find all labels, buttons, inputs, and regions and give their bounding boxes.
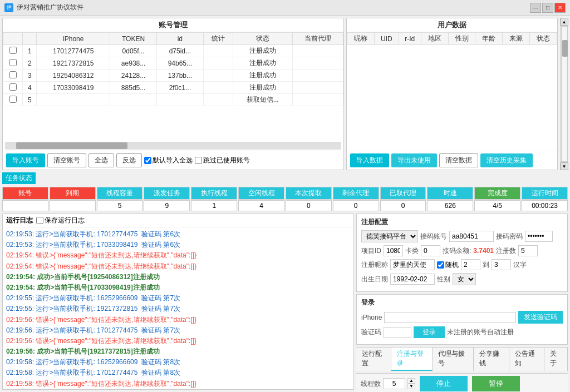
pause-button[interactable]: 暂停: [472, 376, 520, 391]
account-panel-title: 账号管理: [3, 18, 343, 32]
maximize-button[interactable]: □: [542, 3, 553, 13]
row-id: d75id...: [156, 45, 203, 57]
project-id-input[interactable]: [384, 245, 403, 256]
account-row-0[interactable]: 1 17012774475 0d05f... d75id... 注册成功: [3, 45, 343, 57]
default-import-checkbox[interactable]: [144, 157, 151, 164]
verify-input[interactable]: [384, 327, 411, 338]
card-type-label: 卡类: [405, 246, 419, 256]
save-log-label[interactable]: 保存运行日志: [36, 216, 85, 225]
task-header-7: 剩余代理: [333, 187, 379, 200]
account-row-3[interactable]: 4 17033098419 885d5... 2f0c1... 注册成功: [3, 82, 343, 94]
log-content: 02:19:53: 运行>当前获取手机: 17012774475 验证码 第6次…: [3, 227, 353, 389]
account-toolbar: 导入账号 清空账号 全选 反选 默认导入全选 跳过已使用账号: [3, 151, 343, 170]
import-account-button[interactable]: 导入账号: [6, 153, 45, 167]
scroll-thumb[interactable]: [562, 40, 568, 57]
random-from-input[interactable]: [461, 259, 480, 270]
close-button[interactable]: ✕: [554, 3, 566, 13]
right-scrollbar[interactable]: ▲ ▼: [560, 18, 568, 170]
scroll-down-btn[interactable]: ▼: [561, 162, 568, 170]
reg-count-input[interactable]: [518, 245, 538, 256]
random-to-input[interactable]: [492, 259, 511, 270]
user-col-状态: 状态: [530, 33, 557, 45]
save-log-checkbox[interactable]: [36, 217, 43, 224]
auto-reg-label: 未注册的账号自动注册: [447, 328, 514, 337]
random-text: 随机: [445, 260, 459, 270]
row-check[interactable]: [3, 82, 23, 94]
col-id: id: [156, 33, 203, 45]
row-check[interactable]: [3, 94, 23, 106]
card-type-input[interactable]: [421, 245, 440, 256]
row-check[interactable]: [3, 57, 23, 70]
balance-label: 接码余额:: [443, 246, 471, 256]
default-import-label[interactable]: 默认导入全选: [144, 156, 193, 165]
row-iphone: 17012774475: [37, 45, 110, 57]
row-check[interactable]: [3, 45, 23, 57]
row-stat: [203, 45, 233, 57]
user-col-昵称: 昵称: [347, 33, 375, 45]
clear-history-button[interactable]: 清空历史采集: [480, 153, 533, 167]
scroll-up-btn[interactable]: ▲: [561, 18, 568, 26]
log-line: 02:19:56: 错误>{"message":"短信还未到达,请继续获取","…: [6, 336, 350, 346]
log-line: 02:19:58: 错误>{"message":"短信还未到达,请继续获取","…: [6, 379, 350, 389]
row-id: 2f0c1...: [156, 82, 203, 94]
clear-data-button[interactable]: 清空数据: [439, 153, 478, 167]
reverse-select-button[interactable]: 反选: [116, 153, 142, 167]
row-stat: [203, 94, 233, 106]
row-id: [156, 94, 203, 106]
tab-注册与登录[interactable]: 注册与登录: [391, 348, 433, 371]
user-col-r-Id: r-Id: [399, 33, 421, 45]
row-proxy: [292, 45, 343, 57]
random-label[interactable]: 随机: [437, 260, 459, 270]
skip-used-text: 跳过已使用账号: [203, 156, 250, 165]
task-section: 任务状态 账号到期线程容量派发任务执行线程空闲线程本次提取剩余代理已取代理时速完…: [0, 171, 570, 212]
select-all-button[interactable]: 全选: [89, 153, 114, 167]
skip-used-label[interactable]: 跳过已使用账号: [195, 156, 250, 165]
row-token: 885d5...: [110, 82, 157, 94]
log-line: 02:19:54: 错误>{"message":"短信还未到达,请继续获取","…: [6, 261, 350, 272]
thread-input[interactable]: [383, 378, 405, 389]
log-line: 02:19:55: 运行>当前获取手机: 16252966609 验证码 第7次: [6, 293, 350, 304]
thread-increment[interactable]: ▲: [407, 378, 415, 384]
user-panel-title: 用户数据: [347, 18, 557, 32]
skip-used-checkbox[interactable]: [195, 157, 202, 164]
horizontal-scrollbar[interactable]: [5, 142, 341, 150]
platform-select[interactable]: 德芙接码平台: [361, 230, 418, 242]
export-unused-button[interactable]: 导出未使用: [391, 153, 437, 167]
scrollbar-thumb[interactable]: [16, 142, 127, 149]
stop-button[interactable]: 停止: [420, 376, 468, 391]
scroll-track[interactable]: [561, 26, 568, 162]
task-value-10: 4/5: [474, 200, 520, 211]
account-row-2[interactable]: 3 19254086312 24128... 137bb... 注册成功: [3, 70, 343, 82]
send-code-button[interactable]: 发送验证码: [518, 311, 563, 324]
row-check[interactable]: [3, 70, 23, 82]
nickname-input[interactable]: [390, 259, 435, 270]
password-input[interactable]: [525, 231, 553, 242]
random-checkbox[interactable]: [437, 261, 444, 269]
row-proxy: [292, 57, 343, 70]
import-data-button[interactable]: 导入数据: [350, 153, 389, 167]
log-line: 02:19:58: 运行>当前获取手机: 17012774475 验证码 第8次: [6, 368, 350, 378]
bottom-bar: 线程数 ▲ ▼ 停止 暂停: [356, 373, 568, 392]
task-header-5: 空闲线程: [238, 187, 284, 200]
clear-account-button[interactable]: 清空账号: [47, 153, 86, 167]
tab-运行配置[interactable]: 运行配置: [356, 348, 391, 371]
thread-decrement[interactable]: ▼: [407, 384, 415, 389]
account-input[interactable]: [449, 231, 494, 242]
log-line: 02:19:58: 运行>当前获取手机: 16252966609 验证码 第8次: [6, 357, 350, 368]
log-panel: 运行日志 保存运行日志 02:19:53: 运行>当前获取手机: 1701277…: [2, 214, 354, 390]
minimize-button[interactable]: —: [530, 3, 541, 13]
col-stat: 统计: [203, 33, 233, 45]
tab-公告通知[interactable]: 公告通知: [509, 348, 544, 371]
account-row-1[interactable]: 2 19217372815 ae938... 94b65... 注册成功: [3, 57, 343, 70]
tab-关于[interactable]: 关于: [544, 348, 568, 371]
iphone-input[interactable]: [384, 312, 516, 323]
tab-分享赚钱[interactable]: 分享赚钱: [474, 348, 509, 371]
user-table: 昵称UIDr-Id地区性别年龄来源状态: [347, 32, 557, 45]
birthday-input[interactable]: [390, 274, 435, 285]
gender-select[interactable]: 女 男: [453, 273, 476, 285]
account-row-4[interactable]: 5 获取短信...: [3, 94, 343, 106]
thread-control: 线程数 ▲ ▼: [361, 378, 415, 389]
login-button[interactable]: 登录: [414, 326, 445, 338]
col-token: TOKEN: [110, 33, 157, 45]
tab-代理与拨号[interactable]: 代理与拨号: [433, 348, 474, 371]
